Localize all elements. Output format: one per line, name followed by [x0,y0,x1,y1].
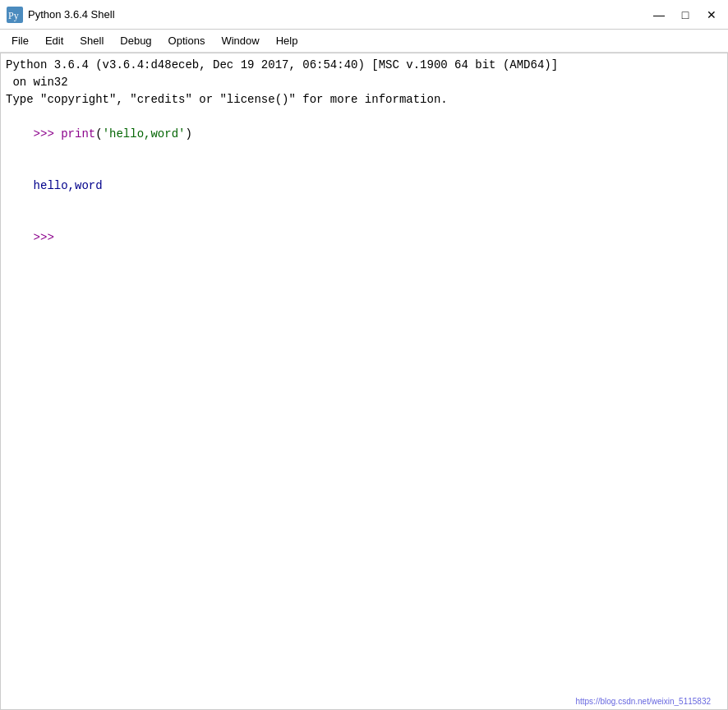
maximize-button[interactable]: □ [675,5,695,25]
menu-bar: File Edit Shell Debug Options Window Hel… [0,30,728,53]
menu-edit[interactable]: Edit [37,33,71,48]
output-text: hello,word [34,179,103,192]
type-info-text: Type "copyright", "credits" or "license(… [6,93,448,106]
version-line2: on win32 [6,74,722,91]
prompt-line2: >>> [6,212,722,264]
type-info-line: Type "copyright", "credits" or "license(… [6,91,722,108]
output-line1: hello,word [6,160,722,212]
title-bar-left: Py Python 3.6.4 Shell [7,7,115,23]
window-title: Python 3.6.4 Shell [28,8,115,21]
app-icon: Py [7,7,23,23]
version-text1: Python 3.6.4 (v3.6.4:d48eceb, Dec 19 201… [6,58,558,71]
close-button[interactable]: ✕ [702,5,721,25]
keyword-print: print [61,127,95,141]
version-line1: Python 3.6.4 (v3.6.4:d48eceb, Dec 19 201… [6,57,722,74]
minimize-button[interactable]: — [649,5,669,25]
paren-open: ( [95,127,102,141]
watermark: https://blog.csdn.net/weixin_5115832 [575,697,711,706]
menu-shell[interactable]: Shell [71,33,112,48]
menu-options[interactable]: Options [160,33,214,48]
title-bar: Py Python 3.6.4 Shell — □ ✕ [0,0,728,30]
shell-output[interactable]: Python 3.6.4 (v3.6.4:d48eceb, Dec 19 201… [0,53,728,710]
version-text2: on win32 [6,76,68,89]
menu-debug[interactable]: Debug [112,33,159,48]
title-bar-controls: — □ ✕ [649,5,721,25]
paren-close: ) [185,127,191,141]
menu-file[interactable]: File [3,33,37,48]
menu-help[interactable]: Help [268,33,306,48]
prompt1: >>> [34,127,62,141]
string-arg: 'hello,word' [103,127,186,141]
menu-window[interactable]: Window [213,33,267,48]
prompt2: >>> [34,231,62,244]
input-line1: >>> print('hello,word') [6,108,722,160]
svg-text:Py: Py [8,10,19,21]
